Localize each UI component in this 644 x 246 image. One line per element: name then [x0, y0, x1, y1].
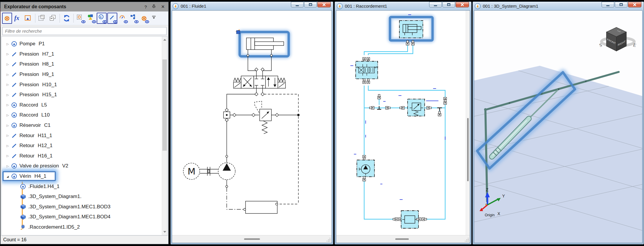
scrollbar-thumb[interactable]: [395, 238, 409, 240]
expander-icon[interactable]: [5, 164, 10, 168]
relief-valve-component[interactable]: [408, 99, 425, 117]
toolbar-options-button[interactable]: [150, 13, 160, 24]
tree-item-raccordement-id5[interactable]: .Raccordement1.ID5_2: [2, 222, 167, 232]
shapes-visibility-button[interactable]: [86, 13, 96, 24]
horizontal-scrollbar[interactable]: [336, 235, 470, 243]
tree-item-pression-h7[interactable]: PressionH7_1: [2, 49, 167, 59]
toolbar-options-icon: [152, 16, 156, 24]
tree-item-verin-h4[interactable]: VérinH4_1: [2, 171, 167, 182]
expander-icon[interactable]: [5, 52, 10, 56]
x-axis-label: X: [498, 211, 500, 216]
expander-icon[interactable]: [5, 63, 10, 66]
tree-item-pression-h8[interactable]: PressionH8_1: [2, 59, 167, 69]
app-icon: [173, 3, 179, 9]
expander-icon[interactable]: [5, 124, 10, 127]
horizontal-scrollbar[interactable]: [172, 235, 332, 243]
tree-item-reservoir-c1[interactable]: RéservoirC1: [2, 120, 167, 131]
motor-pump-symbol[interactable]: [183, 155, 243, 210]
close-button[interactable]: [628, 2, 641, 7]
expander-icon[interactable]: [5, 175, 10, 178]
refresh-button[interactable]: [62, 13, 72, 24]
scroll-up-icon[interactable]: [163, 39, 166, 41]
fluide-schematic: M: [172, 11, 332, 235]
vertical-scrollbar[interactable]: [466, 11, 470, 235]
maximize-button[interactable]: [304, 2, 317, 7]
panel-title: Explorateur de composants: [4, 4, 66, 9]
filter-input[interactable]: [2, 27, 167, 35]
minimize-button[interactable]: [602, 2, 614, 7]
panel-close-button[interactable]: ✕: [161, 4, 165, 9]
tree-item-3d-diagram[interactable]: .3D_System_Diagram1.: [2, 192, 167, 202]
tree-item-pression-h15[interactable]: PressionH15_1: [2, 90, 167, 100]
maximize-button[interactable]: [442, 2, 455, 7]
expander-icon[interactable]: [5, 93, 10, 97]
tree-item-valve-v2[interactable]: Valve de pressionV2: [2, 161, 167, 171]
line-icon: [11, 51, 17, 57]
help-button[interactable]: ?: [144, 4, 147, 9]
tree-item-retour-h12[interactable]: RetourH12_1: [2, 141, 167, 151]
structure-visibility-button[interactable]: [129, 13, 139, 24]
directional-valve-symbol[interactable]: [233, 76, 285, 88]
minimize-button[interactable]: [291, 2, 304, 7]
tree-item-raccord-l5[interactable]: RaccordL5: [2, 100, 167, 110]
viewport-3d[interactable]: Z Y X Origin TOP FRONT RIGHT S E: [474, 10, 643, 243]
hide-component-button[interactable]: [2, 13, 12, 24]
minimize-button[interactable]: [429, 2, 442, 7]
selection-visibility-button[interactable]: [75, 13, 85, 24]
components-visibility-button[interactable]: [97, 13, 107, 24]
tree-scrollbar[interactable]: [162, 36, 167, 235]
measuring-instrument-button[interactable]: [23, 13, 33, 24]
scrollbar-thumb[interactable]: [467, 118, 469, 181]
fit-selection-button[interactable]: [37, 13, 47, 24]
scrollbar-thumb[interactable]: [162, 59, 167, 151]
tree-item-3d-bod4[interactable]: .3D_System_Diagram1.MEC1.BOD4: [2, 212, 167, 222]
tree-item-pression-h9[interactable]: PressionH9_1: [2, 69, 167, 80]
expander-icon[interactable]: [5, 144, 10, 147]
tree-item-pompe-p1[interactable]: PompeP1: [2, 39, 167, 49]
resize-grip[interactable]: [465, 237, 469, 242]
expander-icon[interactable]: [5, 73, 10, 76]
reservoir-symbol[interactable]: [244, 201, 278, 214]
maximize-icon: [447, 3, 450, 6]
close-button[interactable]: [317, 2, 331, 7]
expander-icon[interactable]: [5, 154, 10, 157]
tree-item-retour-h16[interactable]: RetourH16_1: [2, 151, 167, 161]
tree-item-retour-h11[interactable]: RetourH11_1: [2, 130, 167, 141]
scrollbar-thumb[interactable]: [244, 238, 260, 240]
pin-icon[interactable]: [152, 4, 156, 9]
window-title: 001 : Raccordement1: [345, 4, 387, 9]
cascade-windows-button[interactable]: [48, 13, 58, 24]
resize-grip[interactable]: [326, 237, 331, 242]
reservoir-component[interactable]: [393, 211, 426, 228]
close-button[interactable]: [456, 2, 469, 7]
tree-item-raccord-l10[interactable]: RaccordL10: [2, 110, 167, 120]
pump-component[interactable]: [357, 155, 375, 181]
hidden-components-visibility-button[interactable]: [139, 13, 149, 24]
expander-icon[interactable]: [5, 103, 10, 107]
component-icon: [11, 174, 17, 179]
lines-visibility-button[interactable]: [107, 13, 117, 24]
component-tree[interactable]: PompeP1 PressionH7_1 PressionH8_1 Pressi…: [1, 36, 167, 235]
scroll-down-icon[interactable]: [163, 231, 166, 233]
fluide-canvas[interactable]: M: [172, 10, 332, 243]
tree-item-3d-bod3[interactable]: .3D_System_Diagram1.MEC1.BOD3: [2, 202, 167, 212]
panel-titlebar[interactable]: Explorateur de composants ? ✕: [1, 2, 168, 11]
expander-icon[interactable]: [5, 42, 10, 46]
expander-icon[interactable]: [5, 114, 10, 117]
raccordement-canvas[interactable]: [336, 10, 470, 243]
relief-valve-symbol[interactable]: [230, 101, 297, 134]
cube-icon: [20, 214, 26, 220]
cylinder-symbol[interactable]: [246, 38, 284, 50]
instruments-visibility-button[interactable]: [118, 13, 128, 24]
variables-fx-button[interactable]: [13, 13, 23, 24]
expander-icon[interactable]: [5, 134, 10, 137]
count-status: Count = 16: [3, 237, 27, 242]
line-icon: [11, 61, 17, 67]
tree-item-pression-h10[interactable]: PressionH10_1: [2, 79, 167, 90]
junction-symbol[interactable]: [223, 108, 230, 155]
expander-icon[interactable]: [5, 83, 10, 86]
cylinder-component[interactable]: [399, 21, 423, 38]
tree-item-fluide1-h4[interactable]: .Fluide1.H4_1: [2, 181, 167, 192]
maximize-button[interactable]: [615, 2, 627, 7]
directional-valve-component[interactable]: [356, 57, 378, 84]
